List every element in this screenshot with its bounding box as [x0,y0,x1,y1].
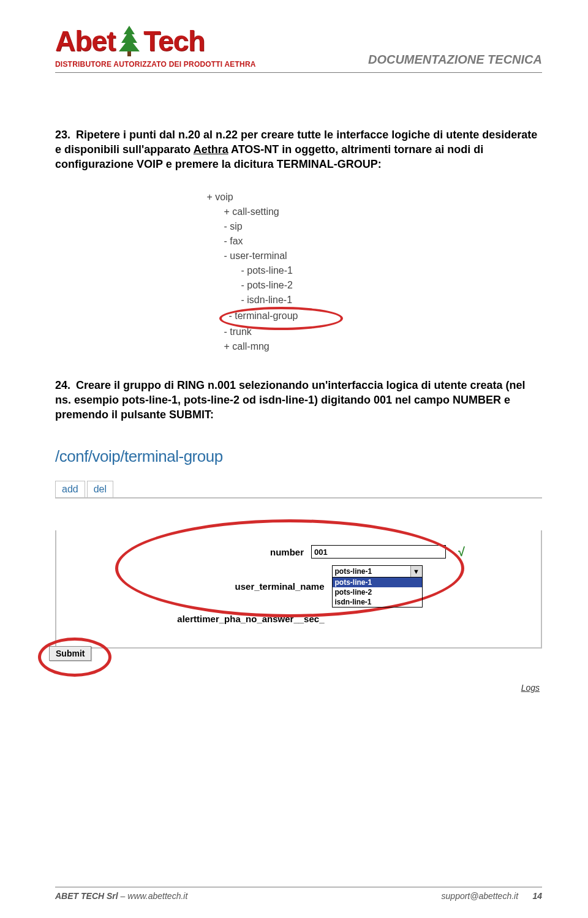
logs-link[interactable]: Logs [55,683,540,693]
check-icon: √ [458,545,465,559]
header-divider [55,72,542,73]
tree-pots-line-1[interactable]: - pots-line-1 [241,263,391,278]
tree-pots-line-2[interactable]: - pots-line-2 [241,278,391,293]
footer-sep: – [118,891,128,901]
select-option[interactable]: isdn-line-1 [333,597,422,607]
config-tree: + voip + call-setting - sip - fax - user… [207,190,391,354]
footer-support: support@abettech.it [442,891,519,901]
highlight-ellipse-icon [219,307,343,330]
tree-call-setting[interactable]: + call-setting [224,205,391,219]
tab-bar: add del [55,481,542,499]
tree-voip[interactable]: + voip [207,190,391,205]
label-user-terminal-name: user_terminal_name [153,581,325,592]
svg-marker-0 [119,26,140,51]
select-current-value: pots-line-1 [335,567,372,576]
logo-tech-text: Tech [143,24,205,58]
highlight-ellipse-icon [38,638,111,677]
tree-call-mng[interactable]: + call-mng [224,339,391,354]
tree-fax[interactable]: - fax [224,234,391,249]
tab-add[interactable]: add [55,481,85,497]
tree-icon [113,24,146,58]
paragraph-23: 23.Ripetere i punti dal n.20 al n.22 per… [55,128,542,171]
form-panel: number √ user_terminal_name pots-line-1 … [55,530,542,649]
document-title: DOCUMENTAZIONE TECNICA [368,53,542,69]
tree-terminal-group[interactable]: - terminal-group [224,309,303,323]
select-option[interactable]: pots-line-1 [333,578,422,587]
user-terminal-select[interactable]: pots-line-1 ▼ pots-line-1 pots-line-2 is… [332,565,423,608]
para-23-link-aethra[interactable]: Aethra [194,143,228,156]
number-field[interactable] [311,545,446,559]
distributor-line: DISTRIBUTORE AUTORIZZATO DEI PRODOTTI AE… [55,60,256,69]
para-24-text: Creare il gruppo di RING n.001 seleziona… [55,379,525,421]
para-24-number: 24. [55,378,76,393]
logo: Abet Tech [55,24,256,58]
footer-divider [55,887,542,887]
footer-page-number: 14 [532,891,542,901]
tree-isdn-line-1[interactable]: - isdn-line-1 [241,293,391,307]
svg-rect-1 [127,51,131,56]
logo-abet-text: Abet [55,24,115,58]
footer-company: ABET TECH Srl [55,891,118,901]
footer-url: www.abettech.it [127,891,187,901]
label-alerttimer: alerttimer_pha_no_answer__sec_ [153,614,325,624]
chevron-down-icon: ▼ [410,566,422,577]
page-header: Abet Tech DISTRIBUTORE AUTORIZZATO DEI P… [55,24,542,69]
tree-sip[interactable]: - sip [224,219,391,234]
para-23-number: 23. [55,128,76,143]
tab-del[interactable]: del [87,481,113,497]
label-number: number [132,547,304,557]
breadcrumb: /conf/voip/terminal-group [55,447,542,466]
tree-user-terminal[interactable]: - user-terminal [224,249,391,263]
select-dropdown-list: pots-line-1 pots-line-2 isdn-line-1 [332,578,423,608]
page-footer: ABET TECH Srl – www.abettech.it support@… [55,887,542,901]
paragraph-24: 24.Creare il gruppo di RING n.001 selezi… [55,378,542,422]
select-option[interactable]: pots-line-2 [333,587,422,597]
